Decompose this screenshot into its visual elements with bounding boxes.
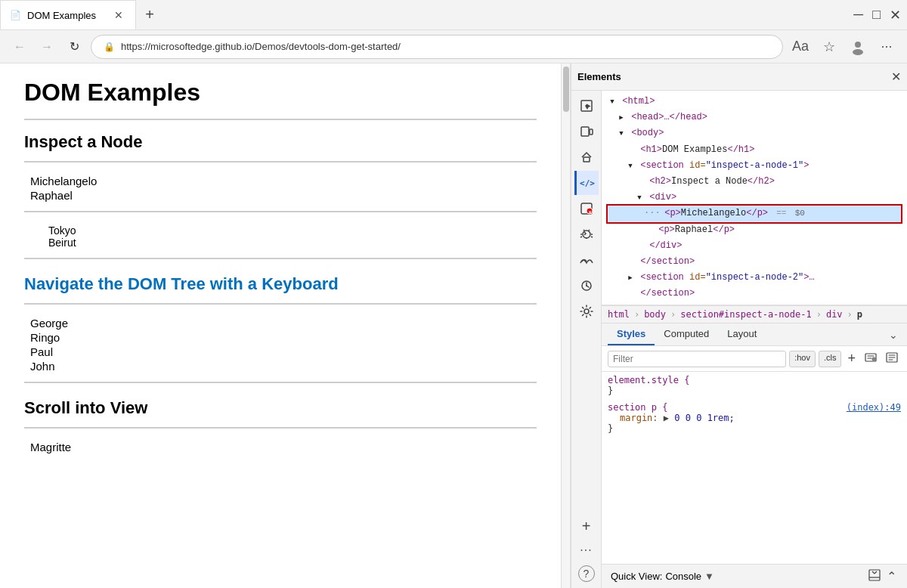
triangle-section1[interactable] bbox=[626, 159, 635, 173]
page-content: DOM Examples Inspect a Node Michelangelo… bbox=[0, 63, 562, 588]
tab-title: DOM Examples bbox=[27, 10, 105, 21]
dom-line-h2[interactable]: <h2>Inspect a Node</h2> bbox=[608, 174, 901, 190]
styles-tab-expand[interactable]: ⌄ bbox=[886, 326, 901, 344]
forward-button[interactable]: → bbox=[36, 36, 57, 57]
favorites-button[interactable]: ☆ bbox=[818, 36, 840, 58]
svg-point-0 bbox=[855, 42, 861, 48]
dom-line-section2[interactable]: <section id="inspect-a-node-2">… bbox=[608, 270, 901, 286]
list-item: George bbox=[30, 317, 537, 330]
list-item: John bbox=[30, 360, 537, 373]
svg-text:✕: ✕ bbox=[588, 210, 592, 215]
page-scrollbar[interactable] bbox=[562, 63, 571, 588]
new-tab-button[interactable]: + bbox=[136, 0, 163, 29]
tab-layout[interactable]: Layout bbox=[718, 323, 766, 345]
divider-3 bbox=[24, 211, 537, 212]
dom-line-section1[interactable]: <section id="inspect-a-node-1"> bbox=[608, 158, 901, 174]
list-scroll: Magritte bbox=[24, 441, 537, 453]
help-button[interactable]: ? bbox=[578, 565, 595, 582]
svg-point-9 bbox=[583, 231, 590, 238]
close-window-button[interactable]: ✕ bbox=[890, 7, 901, 23]
performance-button[interactable] bbox=[574, 274, 599, 298]
add-tool-button[interactable]: + bbox=[574, 514, 599, 538]
tab-icon: 📄 bbox=[10, 10, 21, 20]
settings-button[interactable]: ··· bbox=[875, 36, 898, 58]
triangle-div[interactable] bbox=[635, 190, 644, 205]
breadcrumb-body[interactable]: body bbox=[644, 309, 666, 320]
breadcrumb-html[interactable]: html bbox=[608, 309, 630, 320]
breadcrumb-bar: html › body › section#inspect-a-node-1 ›… bbox=[602, 305, 907, 323]
svg-rect-3 bbox=[581, 127, 589, 136]
triangle-html[interactable] bbox=[608, 94, 617, 109]
add-style-rule-button[interactable]: + bbox=[844, 349, 859, 368]
settings-gear-button[interactable] bbox=[574, 299, 599, 323]
new-style-rule-button[interactable] bbox=[862, 350, 880, 367]
filter-cls-button[interactable]: .cls bbox=[819, 351, 842, 367]
devtools-container: </> ✕ bbox=[571, 91, 907, 588]
quick-view-dropdown[interactable]: ▼ bbox=[704, 571, 714, 582]
dom-line-p1[interactable]: ··· <p>Michelangelo</p> == $0 bbox=[608, 206, 901, 221]
list-item: Paul bbox=[30, 345, 537, 358]
issues-button[interactable]: ✕ bbox=[574, 197, 599, 221]
svg-rect-4 bbox=[590, 129, 593, 135]
quick-view-label: Quick View: bbox=[611, 571, 662, 582]
tab-close-button[interactable]: ✕ bbox=[111, 8, 126, 23]
filter-input[interactable] bbox=[608, 351, 786, 367]
breadcrumb-section[interactable]: section#inspect-a-node-1 bbox=[680, 309, 811, 320]
maximize-button[interactable]: □ bbox=[872, 7, 881, 23]
debugger-button[interactable] bbox=[574, 222, 599, 246]
triangle-body[interactable] bbox=[617, 126, 626, 141]
quick-view-dock-button[interactable] bbox=[867, 568, 882, 586]
triangle-section2[interactable] bbox=[626, 271, 635, 285]
profile-button[interactable] bbox=[847, 36, 869, 58]
breadcrumb-p[interactable]: p bbox=[857, 309, 862, 320]
elements-button[interactable]: </> bbox=[574, 171, 599, 195]
list-inspect-2: Tokyo Beirut bbox=[24, 224, 537, 249]
svg-point-11 bbox=[586, 285, 587, 286]
tab-computed[interactable]: Computed bbox=[655, 323, 718, 345]
dom-line-html[interactable]: <html> bbox=[608, 94, 901, 110]
quick-view-value: Console bbox=[665, 571, 701, 582]
devtools-panel: Elements ✕ bbox=[571, 63, 907, 588]
minimize-button[interactable]: ─ bbox=[853, 7, 863, 23]
more-options-button[interactable]: ··· bbox=[574, 538, 599, 562]
network-conditions-button[interactable] bbox=[574, 248, 599, 272]
tab-styles[interactable]: Styles bbox=[608, 323, 655, 345]
quick-view-collapse-button[interactable]: ⌃ bbox=[885, 568, 898, 586]
css-source-link[interactable]: (index):49 bbox=[847, 402, 901, 413]
devtools-close-button[interactable]: ✕ bbox=[891, 70, 901, 84]
styles-panel: Styles Computed Layout ⌄ :hov .cls + bbox=[602, 323, 907, 564]
toggle-element-state-button[interactable] bbox=[883, 350, 901, 367]
address-input[interactable]: 🔒 https://microsoftedge.github.io/Demos/… bbox=[91, 35, 783, 59]
back-button[interactable]: ← bbox=[9, 36, 30, 57]
svg-point-12 bbox=[584, 309, 589, 314]
svg-rect-16 bbox=[869, 570, 880, 580]
filter-hov-button[interactable]: :hov bbox=[789, 351, 816, 367]
dom-line-head[interactable]: <head>…</head> bbox=[608, 110, 901, 125]
read-aloud-button[interactable]: Aa bbox=[789, 36, 812, 58]
dom-line-section-close[interactable]: </section> bbox=[608, 254, 901, 270]
address-bar: ← → ↻ 🔒 https://microsoftedge.github.io/… bbox=[0, 30, 907, 63]
list-item: Michelangelo bbox=[30, 175, 537, 187]
refresh-button[interactable]: ↻ bbox=[63, 36, 85, 57]
dom-line-p2[interactable]: <p>Raphael</p> bbox=[608, 222, 901, 238]
breadcrumb-div[interactable]: div bbox=[826, 309, 843, 320]
divider-6 bbox=[24, 382, 537, 383]
divider-5 bbox=[24, 303, 537, 305]
scroll-thumb[interactable] bbox=[563, 67, 569, 112]
dom-line-section2-close[interactable]: </section> bbox=[608, 286, 901, 302]
lock-icon: 🔒 bbox=[104, 42, 115, 52]
inspect-element-button[interactable] bbox=[574, 94, 599, 118]
devtools-main: <html> <head>…</head> <body> <h1>DO bbox=[602, 91, 907, 588]
section-navigate-dom: Navigate the DOM Tree with a Keyboard Ge… bbox=[24, 274, 537, 383]
active-tab[interactable]: 📄 DOM Examples ✕ bbox=[0, 0, 136, 29]
devtools-title: Elements bbox=[577, 71, 891, 82]
dom-line-div-close[interactable]: </div> bbox=[608, 238, 901, 254]
divider-7 bbox=[24, 427, 537, 429]
dom-line-body[interactable]: <body> bbox=[608, 125, 901, 141]
quick-view-bar: Quick View: Console ▼ ⌃ bbox=[602, 564, 907, 588]
triangle-head[interactable] bbox=[617, 110, 626, 125]
device-emulation-button[interactable] bbox=[574, 119, 599, 144]
home-button[interactable] bbox=[574, 145, 599, 169]
dom-line-div[interactable]: <div> bbox=[608, 190, 901, 206]
dom-line-h1[interactable]: <h1>DOM Examples</h1> bbox=[608, 142, 901, 158]
